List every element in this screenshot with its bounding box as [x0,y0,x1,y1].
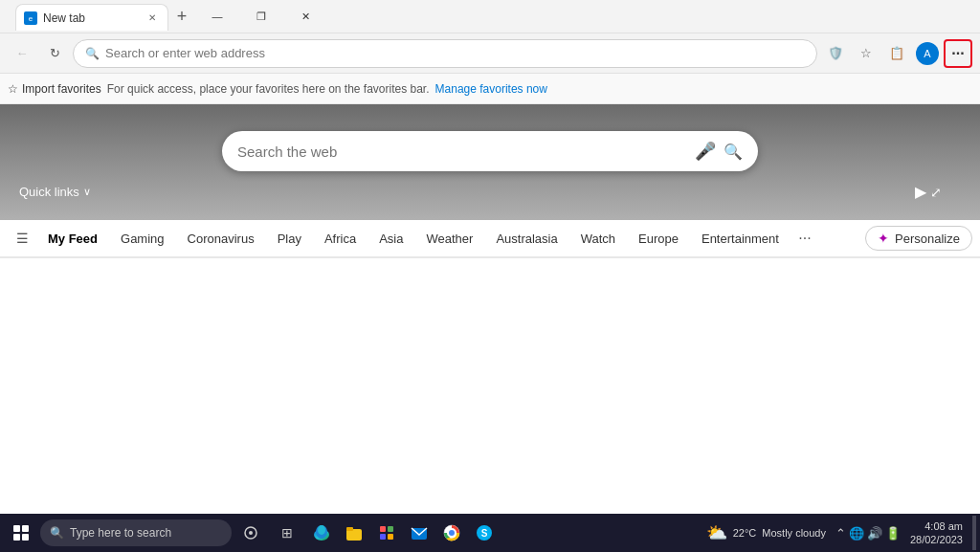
clock-time: 4:08 am [924,519,963,533]
task-view-button[interactable] [234,516,268,550]
tab-bar: e New tab ✕ + [8,3,195,30]
feed-nav-label-gaming: Gaming [121,232,165,246]
feed-nav-item-weather[interactable]: Weather [414,220,484,258]
system-tray-icons: ⌃ 🌐 🔊 🔋 [835,526,901,541]
battery-icon[interactable]: 🔋 [885,526,901,541]
feed-nav-item-africa[interactable]: Africa [313,220,368,258]
favorites-bar: ☆ Import favorites For quick access, pla… [0,74,980,104]
feed-nav-label-entertainment: Entertainment [702,232,779,246]
feed-nav-item-europe[interactable]: Europe [627,220,690,258]
taskbar-search-icon: 🔍 [50,526,64,540]
restore-button[interactable]: ❐ [239,0,283,33]
show-desktop-button[interactable] [972,516,976,550]
start-button[interactable] [4,516,38,550]
profile-icon[interactable]: A [913,39,942,68]
taskbar-apps: S [306,518,500,548]
network-icon[interactable]: 🌐 [849,526,864,541]
feed-nav-label-play: Play [278,232,301,246]
microphone-icon[interactable]: 🎤 [695,141,716,162]
address-bar[interactable]: 🔍 [73,39,817,68]
manage-favorites-link[interactable]: Manage favorites now [435,82,547,96]
svg-text:e: e [29,14,33,23]
favorites-tip-text: For quick access, place your favorites h… [107,82,430,96]
tab-favicon: e [24,11,37,25]
feed-nav-item-asia[interactable]: Asia [368,220,414,258]
play-button[interactable]: ▶ [915,183,926,201]
taskbar-system-tray: ⛅ 22°C Mostly cloudy ⌃ 🌐 🔊 🔋 4:08 am 28/… [701,516,976,550]
active-tab[interactable]: e New tab ✕ [15,4,168,31]
import-fav-label: Import favorites [22,82,101,96]
feed-nav-item-australasia[interactable]: Australasia [484,220,568,258]
weather-temp: 22°C [733,527,757,539]
import-favorites-button[interactable]: ☆ Import favorites [8,82,101,96]
search-input[interactable] [237,144,687,160]
svg-point-3 [249,531,253,535]
feed-nav-item-entertainment[interactable]: Entertainment [690,220,791,258]
feed-nav: ☰ My Feed Gaming Coronavirus Play Africa… [0,220,980,258]
close-button[interactable]: ✕ [283,0,327,33]
file-explorer-icon[interactable] [339,518,369,548]
feed-nav-item-play[interactable]: Play [266,220,313,258]
minimize-button[interactable]: — [195,0,239,33]
svg-text:S: S [481,528,488,539]
feed-nav-item-watch[interactable]: Watch [569,220,627,258]
refresh-button[interactable]: ↻ [40,39,69,68]
windows-logo-icon [13,525,29,541]
address-bar-row: ← ↻ 🔍 🛡️ ☆ 📋 A ··· [0,33,980,74]
search-submit-icon[interactable]: 🔍 [724,143,743,161]
speaker-icon[interactable]: 🔊 [867,526,882,541]
toolbar-icons: 🛡️ ☆ 📋 A ··· [821,39,972,68]
search-bar[interactable]: 🎤 🔍 [222,131,758,171]
clock-date: 28/02/2023 [910,533,963,546]
svg-rect-8 [346,527,353,531]
svg-rect-9 [380,526,386,532]
svg-rect-10 [388,526,393,532]
clock[interactable]: 4:08 am 28/02/2023 [904,519,969,547]
widgets-button[interactable]: ⊞ [270,516,304,550]
feed-nav-label-watch: Watch [581,232,615,246]
feed-nav-item-coronavirus[interactable]: Coronavirus [176,220,266,258]
new-tab-button[interactable]: + [168,3,195,30]
feed-nav-item-gaming[interactable]: Gaming [109,220,176,258]
svg-rect-12 [388,534,393,540]
feed-nav-label-europe: Europe [638,232,679,246]
feed-nav-label-weather: Weather [426,232,473,246]
personalize-button[interactable]: ✦ Personalize [865,226,972,251]
chrome-icon[interactable] [436,518,467,548]
feed-nav-label-coronavirus: Coronavirus [188,232,255,246]
quick-links-label[interactable]: Quick links [19,185,79,199]
tab-close-button[interactable]: ✕ [145,11,160,26]
feed-nav-item-my-feed[interactable]: My Feed [36,220,109,258]
taskbar-search[interactable]: 🔍 Type here to search [40,519,232,546]
main-content-area [0,258,980,549]
chevron-up-icon[interactable]: ⌃ [835,526,846,541]
quick-links-chevron-icon[interactable]: ∨ [83,186,91,198]
hero-section: 🎤 🔍 Quick links ∨ ▶ ⤢ [0,104,980,220]
collections-icon[interactable]: 📋 [882,39,911,68]
title-bar: e New tab ✕ + — ❐ ✕ [0,0,980,33]
window-controls-right: — ❐ ✕ [195,0,327,33]
mail-icon[interactable] [404,518,434,548]
feed-nav-label-asia: Asia [379,232,403,246]
personalize-label: Personalize [895,232,960,246]
taskbar: 🔍 Type here to search ⊞ [0,514,980,552]
edge-app-icon[interactable] [306,518,337,548]
skype-icon[interactable]: S [469,518,500,548]
tracking-protection-icon[interactable]: 🛡️ [821,39,850,68]
favorites-icon[interactable]: ☆ [852,39,880,68]
address-input[interactable] [105,46,805,60]
hamburger-menu-button[interactable]: ☰ [8,224,36,253]
quick-links-row: Quick links ∨ ▶ ⤢ [19,183,961,201]
feed-nav-label-africa: Africa [324,232,356,246]
import-fav-icon: ☆ [8,82,18,96]
store-icon[interactable] [371,518,402,548]
feed-nav-more-button[interactable]: ··· [791,224,819,253]
weather-icon: ⛅ [706,522,727,543]
expand-button[interactable]: ⤢ [930,185,942,200]
svg-point-15 [449,530,455,536]
back-button[interactable]: ← [8,39,36,68]
feed-nav-label-australasia: Australasia [496,232,557,246]
weather-widget[interactable]: ⛅ 22°C Mostly cloudy [701,522,832,543]
svg-rect-11 [380,534,386,540]
settings-menu-button[interactable]: ··· [944,39,972,68]
